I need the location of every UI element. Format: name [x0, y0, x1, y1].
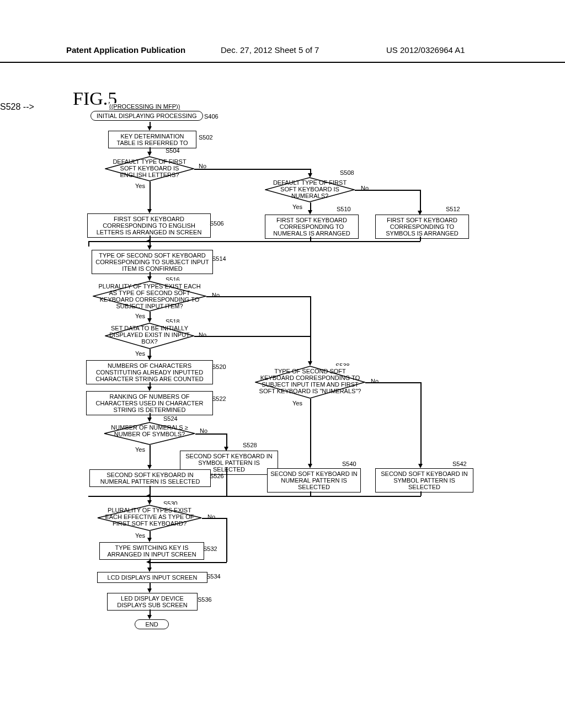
step-s508: S508 — [340, 169, 354, 176]
step-s526: S526 — [210, 473, 224, 479]
proc-s506: FIRST SOFT KEYBOARD CORRESPONDING TO ENG… — [87, 213, 211, 238]
decision-s538: TYPE OF SECOND SOFT KEYBOARD CORRESPONDI… — [255, 366, 365, 399]
proc-s526: SECOND SOFT KEYBOARD IN NUMERAL PATTERN … — [89, 469, 211, 487]
label-yes-s518: Yes — [135, 350, 145, 357]
label-yes-s538: Yes — [292, 400, 302, 406]
proc-s502: KEY DETERMINATION TABLE IS REFERRED TO — [108, 131, 196, 148]
page-header: Patent Application Publication Dec. 27, … — [0, 45, 565, 63]
decision-s504: DEFAULT TYPE OF FIRST SOFT KEYBOARD IS E… — [105, 156, 194, 181]
step-s504: S504 — [166, 147, 180, 154]
decision-s518: SET DATA TO BE INITIALLY DISPLAYED EXIST… — [105, 323, 194, 349]
step-s510: S510 — [337, 206, 351, 212]
proc-s542: SECOND SOFT KEYBOARD IN SYMBOL PATTERN I… — [375, 468, 473, 493]
step-s532: S532 — [203, 545, 217, 552]
label-yes-s504: Yes — [135, 183, 145, 189]
step-s522: S522 — [212, 395, 226, 402]
proc-s514: TYPE OF SECOND SOFT KEYBOARD CORRESPONDI… — [92, 250, 213, 274]
step-s506: S506 — [210, 220, 224, 227]
label-no-s530: No — [207, 513, 215, 520]
step-s512: S512 — [446, 206, 460, 212]
header-right: US 2012/0326964 A1 — [386, 45, 465, 55]
decision-s516: PLURALITY OF TYPES EXIST EACH AS TYPE OF… — [93, 281, 206, 312]
header-mid: Dec. 27, 2012 Sheet 5 of 7 — [221, 45, 319, 55]
step-s542: S542 — [452, 461, 467, 467]
label-yes-s524: Yes — [135, 446, 145, 453]
proc-s510: FIRST SOFT KEYBOARD CORRESPONDING TO NUM… — [265, 215, 359, 239]
proc-s532: TYPE SWITCHING KEY IS ARRANGED IN INPUT … — [99, 542, 204, 560]
proc-s536: LED DISPLAY DEVICE DISPLAYS SUB SCREEN — [107, 593, 198, 611]
flowchart: ((PROCESSING IN MFP)) INITIAL DISPLAYING… — [0, 102, 565, 709]
step-s524: S524 — [163, 415, 178, 422]
step-s406: S406 — [204, 113, 218, 120]
decision-s530: PLURALITY OF TYPES EXIST EACH EFFECTIVE … — [97, 505, 202, 531]
label-no-s516: No — [212, 292, 220, 298]
proc-s540: SECOND SOFT KEYBOARD IN NUMERAL PATTERN … — [267, 468, 361, 493]
step-s540: S540 — [342, 461, 356, 467]
step-s536: S536 — [198, 596, 212, 603]
label-no-s538: No — [371, 378, 379, 384]
proc-s534: LCD DISPLAYS INPUT SCREEN — [97, 572, 207, 583]
terminal-end: END — [135, 619, 169, 629]
proc-s522: RANKING OF NUMBERS OF CHARACTERS USED IN… — [86, 391, 213, 415]
label-yes-s508: Yes — [292, 204, 302, 210]
proc-s520: NUMBERS OF CHARACTERS CONSTITUTING ALREA… — [86, 360, 213, 384]
step-s514: S514 — [212, 255, 226, 262]
step-s528: S528 — [243, 442, 257, 448]
decision-s524: NUMBER OF NUMERALS ≥ NUMBER OF SYMBOLS? — [104, 422, 195, 445]
terminal-start: INITIAL DISPLAYING PROCESSING — [90, 111, 203, 121]
label-yes-s516: Yes — [135, 313, 145, 319]
step-s534: S534 — [206, 573, 221, 580]
processing-in-mfp-label: ((PROCESSING IN MFP)) — [109, 103, 180, 110]
label-no-s518: No — [199, 331, 206, 338]
decision-s508: DEFAULT TYPE OF FIRST SOFT KEYBOARD IS N… — [265, 177, 355, 202]
step-s502: S502 — [199, 134, 213, 141]
page: Patent Application Publication Dec. 27, … — [0, 0, 565, 728]
label-yes-s530: Yes — [135, 532, 145, 539]
step-s520: S520 — [212, 363, 226, 370]
proc-s512: FIRST SOFT KEYBOARD CORRESPONDING TO SYM… — [375, 215, 469, 239]
header-left: Patent Application Publication — [66, 45, 185, 55]
